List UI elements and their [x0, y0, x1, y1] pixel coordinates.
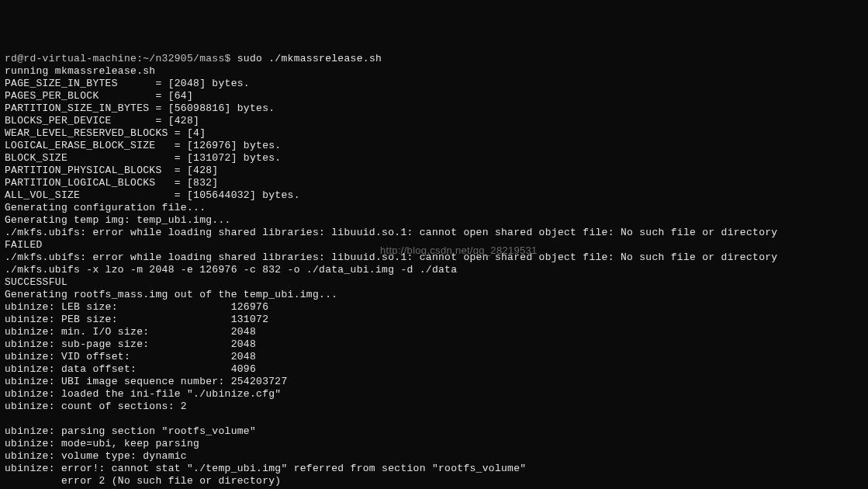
output-line: ubinize: volume type: dynamic	[5, 450, 187, 462]
output-line: SUCCESSFUL	[5, 276, 67, 288]
output-line: ubinize: parsing section "rootfs_volume"	[5, 425, 256, 437]
output-line: ubinize: min. I/O size: 2048	[5, 326, 256, 338]
output-line: running mkmassrelease.sh	[5, 65, 155, 77]
output-line: ubinize: loaded the ini-file "./ubinize.…	[5, 388, 281, 400]
output-line: ubinize: UBI image sequence number: 2542…	[5, 376, 288, 387]
terminal-output[interactable]: rd@rd-virtual-machine:~/n32905/mass$ sud…	[5, 53, 863, 489]
output-line: PAGES_PER_BLOCK = [64]	[5, 90, 193, 102]
output-line: ubinize: sub-page size: 2048	[5, 338, 256, 350]
output-line: LOGICAL_ERASE_BLOCK_SIZE = [126976] byte…	[5, 140, 281, 151]
shell-prompt: rd@rd-virtual-machine:~/n32905/mass$	[5, 53, 237, 64]
output-line: FAILED	[5, 239, 43, 251]
output-line: PAGE_SIZE_IN_BYTES = [2048] bytes.	[5, 78, 250, 89]
output-line: ubinize: data offset: 4096	[5, 363, 256, 375]
output-line: BLOCKS_PER_DEVICE = [428]	[5, 115, 199, 127]
output-line: ./mkfs.ubifs: error while loading shared…	[5, 227, 777, 238]
output-line: Generating configuration file...	[5, 202, 206, 213]
output-line: ubinize: LEB size: 126976	[5, 301, 268, 313]
output-line: ubinize: PEB size: 131072	[5, 314, 268, 325]
output-line: ubinize: count of sections: 2	[5, 401, 187, 412]
output-line: PARTITION_PHYSICAL_BLOCKS = [428]	[5, 165, 218, 176]
output-line: ./mkfs.ubifs -x lzo -m 2048 -e 126976 -c…	[5, 264, 457, 276]
output-line: WEAR_LEVEL_RESERVED_BLOCKS = [4]	[5, 127, 206, 139]
output-line: error 2 (No such file or directory)	[5, 475, 281, 487]
command-text: sudo ./mkmassrelease.sh	[237, 53, 382, 64]
output-line: ubinize: VID offset: 2048	[5, 351, 256, 362]
output-line: PARTITION_LOGICAL_BLOCKS = [832]	[5, 177, 218, 189]
output-line: ALL_VOL_SIZE = [105644032] bytes.	[5, 189, 300, 201]
output-line: PARTITION_SIZE_IN_BYTES = [56098816] byt…	[5, 102, 275, 114]
output-line: ubinize: error!: cannot stat "./temp_ubi…	[5, 463, 526, 474]
output-line: BLOCK_SIZE = [131072] bytes.	[5, 152, 281, 164]
output-line: Generating rootfs_mass.img out of the te…	[5, 289, 337, 300]
output-line: ubinize: mode=ubi, keep parsing	[5, 438, 199, 449]
output-line: Generating temp img: temp_ubi.img...	[5, 214, 231, 226]
output-line: ./mkfs.ubifs: error while loading shared…	[5, 251, 777, 263]
